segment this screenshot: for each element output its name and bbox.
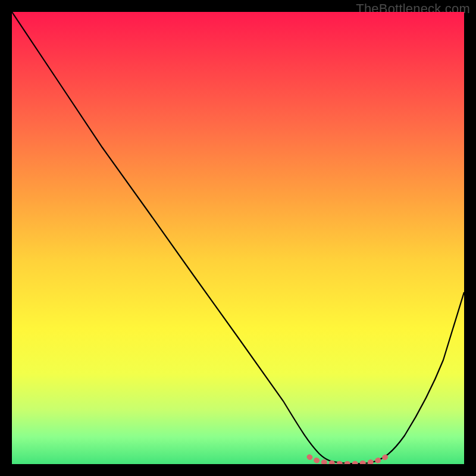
chart-plot-area xyxy=(12,12,464,464)
bottleneck-curve xyxy=(12,12,464,464)
flat-minimum-marker xyxy=(309,457,386,464)
chart-overlay xyxy=(12,12,464,464)
chart-frame: TheBottleneck.com xyxy=(0,0,476,476)
